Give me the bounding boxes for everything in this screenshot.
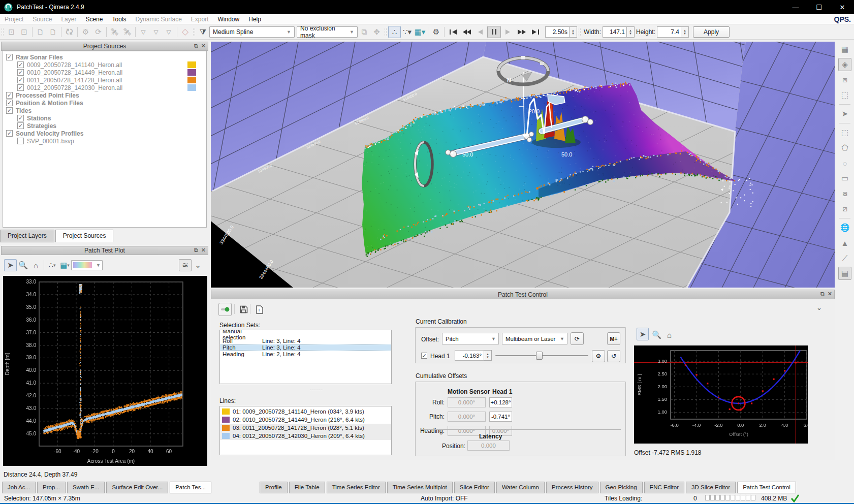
bottom-tab-3d-slice-editor[interactable]: 3D Slice Editor: [686, 482, 736, 493]
bottom-tab-time-series-multiplot[interactable]: Time Series Multiplot: [387, 482, 453, 493]
selection-set-row[interactable]: RollLine: 3, Line: 4: [220, 338, 391, 344]
color-mode-icon[interactable]: ▦▾: [58, 259, 71, 271]
bottom-tab-swath-e-[interactable]: Swath E...: [67, 482, 105, 493]
tree-checkbox[interactable]: ✓: [17, 122, 24, 129]
svp-edit-icon[interactable]: 🜄: [150, 26, 163, 38]
tree-item[interactable]: SVP_00001.bsvp: [3, 137, 206, 145]
bottom-tab-patch-tes-[interactable]: Patch Tes...: [170, 482, 211, 493]
undo-icon[interactable]: ↺: [607, 350, 620, 362]
tree-item[interactable]: ✓0010_20050728_141449_Heron.all: [3, 69, 206, 76]
tree-checkbox[interactable]: ✓: [6, 54, 13, 60]
select-polygon-icon[interactable]: ⬠: [838, 141, 851, 154]
menu-project[interactable]: Project: [0, 15, 28, 24]
point-size-icon[interactable]: ∵▾: [401, 26, 414, 38]
close-button[interactable]: ✕: [831, 0, 854, 14]
head1-field[interactable]: +0.128°: [489, 397, 512, 407]
motion-sensor-field[interactable]: 0.000°: [448, 397, 486, 407]
save-icon[interactable]: [237, 303, 250, 316]
points-display-icon[interactable]: ∴: [388, 26, 401, 38]
close-icon[interactable]: ✕: [201, 43, 206, 49]
tree-checkbox[interactable]: ✓: [17, 77, 24, 83]
point-display-icon[interactable]: ∴▾: [46, 259, 58, 271]
height-field[interactable]: 7.4: [657, 26, 681, 38]
process-settings-icon[interactable]: ⚙: [79, 26, 92, 38]
splitter-handle[interactable]: [310, 389, 323, 391]
tree-checkbox[interactable]: ✓: [17, 61, 24, 68]
spline-filter-combo[interactable]: Medium Spline▼: [209, 26, 295, 38]
head1-checkbox[interactable]: ✓: [421, 353, 427, 359]
bottom-tab-time-series-editor[interactable]: Time Series Editor: [327, 482, 386, 493]
tree-item[interactable]: ✓0009_20050728_141140_Heron.all: [3, 61, 206, 69]
tree-item[interactable]: ✓Sound Velocity Profiles: [3, 130, 206, 137]
menu-dynamic-surface[interactable]: Dynamic Surface: [131, 15, 186, 24]
pause-icon[interactable]: [487, 26, 501, 38]
zoom-tool-icon[interactable]: 🔍: [17, 259, 29, 271]
minimize-button[interactable]: —: [784, 0, 807, 14]
surface-view-icon[interactable]: ◈: [838, 58, 851, 71]
position-field[interactable]: 0.000: [467, 440, 510, 451]
close-icon[interactable]: ✕: [828, 291, 832, 297]
line-row[interactable]: 03: 0011_20050728_141728_Heron (028°, 5.…: [220, 424, 391, 432]
profile-chart-icon[interactable]: ▲: [838, 236, 851, 249]
menu-source[interactable]: Source: [28, 15, 56, 24]
tree-item[interactable]: ✓0011_20050728_141728_Heron.all: [3, 76, 206, 84]
line-row[interactable]: 04: 0012_20050728_142030_Heron (209°, 6.…: [220, 432, 391, 440]
refresh-icon[interactable]: ⟳: [571, 332, 584, 345]
mask-edit-icon[interactable]: ⧉: [358, 26, 370, 38]
maximize-button[interactable]: ☐: [807, 0, 831, 14]
rms-plot-canvas[interactable]: [634, 345, 808, 444]
tree-checkbox[interactable]: ✓: [17, 84, 24, 91]
zoom-select-icon[interactable]: ⊡: [5, 26, 18, 38]
line-row[interactable]: 02: 0010_20050728_141449_Heron (216°, 6.…: [220, 416, 391, 424]
skip-start-icon[interactable]: [446, 26, 460, 38]
tree-item[interactable]: ✓0012_20050728_142030_Heron.all: [3, 84, 206, 91]
tree-checkbox[interactable]: [17, 138, 24, 144]
reload-file-icon[interactable]: 🗘: [63, 26, 76, 38]
colormap-combo[interactable]: ▼: [71, 260, 103, 270]
step-back-icon[interactable]: [473, 26, 487, 38]
fast-forward-icon[interactable]: [515, 26, 528, 38]
tree-checkbox[interactable]: ✓: [6, 100, 13, 106]
tree-item[interactable]: ✓Strategies: [3, 122, 206, 130]
selection-set-row[interactable]: HeadingLine: 2, Line: 4: [220, 351, 391, 357]
head1-spinner[interactable]: ▲▼: [484, 350, 492, 361]
interval-spin[interactable]: 2.50s: [545, 26, 570, 38]
bottom-tab-geo-picking[interactable]: Geo Picking: [600, 482, 643, 493]
select-arrow-icon[interactable]: ➤: [838, 107, 851, 120]
bottom-tab-patch-test-control[interactable]: Patch Test Control: [737, 482, 796, 493]
collapse-icon[interactable]: ⌄: [192, 259, 204, 271]
bottom-tab-process-history[interactable]: Process History: [546, 482, 598, 493]
bottom-tab-enc-editor[interactable]: ENC Editor: [644, 482, 685, 493]
bottom-tab-prop-[interactable]: Prop...: [37, 482, 66, 493]
bottom-tab-slice-editor[interactable]: Slice Editor: [454, 482, 495, 493]
bottom-tab-profile[interactable]: Profile: [260, 482, 288, 493]
gear-icon[interactable]: ⚙: [592, 350, 605, 362]
reprocess-icon[interactable]: ⟳: [92, 26, 105, 38]
sound-velocity-icon[interactable]: 🜄: [137, 26, 150, 38]
water-level-icon[interactable]: ≋: [179, 259, 192, 271]
line-row[interactable]: 01: 0009_20050728_141140_Heron (034°, 3.…: [220, 407, 391, 416]
tree-item[interactable]: ✓Position & Motion Files: [3, 99, 206, 107]
select-points-icon[interactable]: ⬚: [838, 126, 851, 139]
apply-button[interactable]: Apply: [693, 26, 730, 38]
auto-apply-toggle[interactable]: [218, 303, 232, 316]
collapse-chevron-icon[interactable]: ⌄: [816, 304, 822, 311]
tree-item[interactable]: ✓Processed Point Files: [3, 91, 206, 99]
tree-checkbox[interactable]: ✓: [17, 69, 24, 76]
bottom-tab-surface-edit-over-[interactable]: Surface Edit Over...: [106, 482, 168, 493]
3d-scene-view[interactable]: 3344500.03344400.0514500.0514550.0514600…: [211, 42, 835, 288]
colormap-icon[interactable]: ▦▾: [414, 26, 426, 38]
menu-scene[interactable]: Scene: [81, 15, 107, 24]
motion-sensor-field[interactable]: 0.000°: [448, 412, 486, 422]
rms-cursor-icon[interactable]: ➤: [637, 328, 649, 340]
selection-set-row[interactable]: Manual selection: [220, 331, 391, 338]
svp-apply-icon[interactable]: 🜄: [163, 26, 175, 38]
tree-checkbox[interactable]: ✓: [17, 115, 24, 121]
tree-item[interactable]: ✓Stations: [3, 114, 206, 122]
patch-test-plot-canvas[interactable]: [3, 276, 207, 466]
menu-tools[interactable]: Tools: [107, 15, 131, 24]
tree-checkbox[interactable]: ✓: [6, 92, 13, 99]
tree-checkbox[interactable]: ✓: [6, 107, 13, 114]
float-icon[interactable]: ⧉: [194, 247, 198, 254]
report-icon[interactable]: i: [253, 303, 266, 316]
